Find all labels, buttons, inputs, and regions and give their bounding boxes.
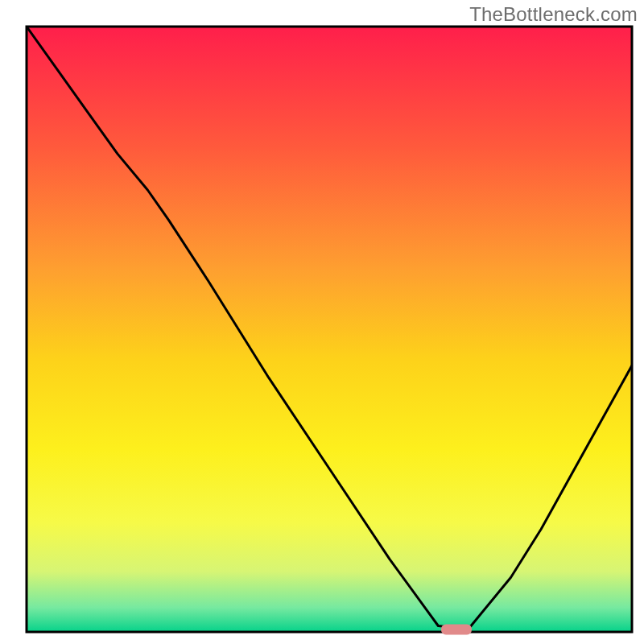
optimal-marker <box>441 625 472 635</box>
bottleneck-chart: TheBottleneck.com <box>0 0 644 644</box>
watermark-label: TheBottleneck.com <box>469 3 638 26</box>
heatmap-background <box>27 27 632 632</box>
chart-svg <box>0 0 644 644</box>
